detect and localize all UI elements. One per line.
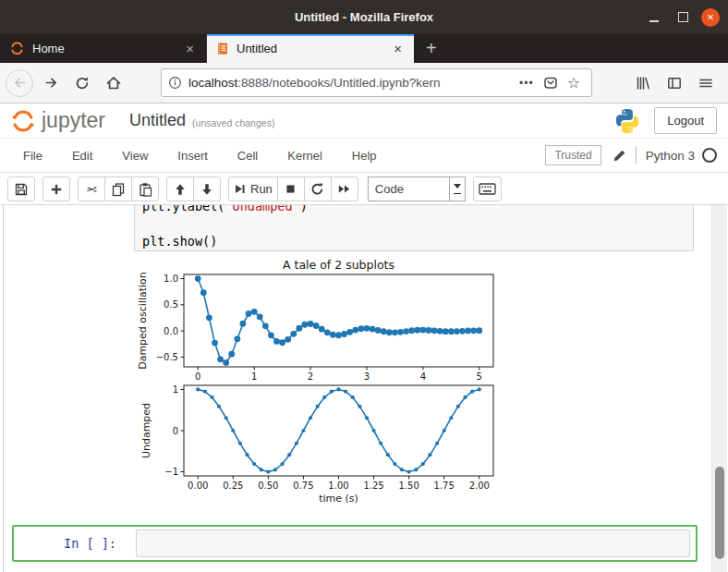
menubar-right: Trusted Python 3: [545, 145, 717, 165]
menu-icon[interactable]: [692, 69, 720, 97]
paste-button[interactable]: [131, 176, 159, 201]
sidebar-panel-icon: [667, 76, 682, 91]
browser-navbar: localhost:8888/notebooks/Untitled.ipynb?…: [0, 63, 728, 103]
step-forward-icon: [234, 183, 246, 195]
svg-text:0.0: 0.0: [164, 326, 178, 336]
save-button[interactable]: [7, 176, 35, 201]
tab-home[interactable]: Home ×: [0, 34, 207, 63]
sidebars-icon[interactable]: [661, 69, 688, 97]
notebook-icon: [216, 42, 229, 55]
window-close-button[interactable]: ×: [701, 8, 720, 27]
svg-text:1: 1: [251, 371, 257, 382]
add-cell-button[interactable]: [42, 176, 70, 201]
plus-icon: [50, 183, 63, 196]
edit-title-pencil-icon[interactable]: [613, 149, 626, 163]
tab-close-icon[interactable]: ×: [183, 41, 197, 56]
url-host: localhost: [188, 76, 237, 90]
tab-label: Home: [32, 42, 183, 55]
new-tab-button[interactable]: +: [414, 34, 449, 63]
scrollbar-thumb[interactable]: [715, 467, 724, 559]
arrow-right-icon: [44, 76, 58, 90]
pocket-icon[interactable]: [543, 76, 558, 91]
window-maximize-button[interactable]: [673, 7, 693, 28]
svg-text:Undamped: Undamped: [140, 403, 152, 458]
menu-file[interactable]: File: [8, 149, 57, 163]
jupyter-logo[interactable]: jupyter: [9, 107, 105, 135]
clipboard-group: ✂: [78, 176, 159, 201]
empty-cell-input[interactable]: [136, 529, 690, 557]
scrollbar-track[interactable]: [711, 205, 727, 572]
back-button[interactable]: [6, 69, 33, 97]
code-cell-input[interactable]: plt.ylabel('Undamped') plt.show(): [134, 205, 694, 251]
fast-forward-icon: [337, 183, 351, 195]
stop-icon: [285, 183, 297, 195]
notebook-area[interactable]: plt.ylabel('Undamped') plt.show() 012345…: [0, 205, 728, 572]
url-bar[interactable]: localhost:8888/notebooks/Untitled.ipynb?…: [161, 68, 592, 97]
svg-text:2: 2: [308, 371, 313, 382]
jupyter-logo-icon: [9, 41, 25, 56]
svg-text:3: 3: [364, 371, 370, 382]
run-label: Run: [250, 182, 273, 196]
keyboard-group: [473, 176, 502, 201]
menu-help[interactable]: Help: [337, 149, 392, 163]
divider: [636, 147, 637, 164]
window-controls: ×: [644, 0, 720, 34]
matplotlib-figure: 0123451.00.50.0−0.5A tale of 2 subplotsD…: [136, 257, 516, 513]
svg-text:−0.5: −0.5: [156, 352, 178, 362]
menu-view[interactable]: View: [107, 149, 163, 163]
scissors-icon: ✂: [86, 182, 97, 197]
trusted-badge[interactable]: Trusted: [545, 145, 601, 165]
stop-button[interactable]: [277, 176, 305, 201]
tab-strip: Home × Untitled × +: [0, 34, 728, 63]
menu-edit[interactable]: Edit: [57, 149, 107, 163]
svg-text:0.00: 0.00: [188, 481, 208, 491]
site-info-icon[interactable]: [168, 76, 182, 90]
forward-button[interactable]: [37, 69, 65, 97]
notebook-title[interactable]: Untitled: [129, 111, 186, 130]
svg-text:1.50: 1.50: [399, 481, 419, 491]
reload-button[interactable]: [68, 69, 96, 97]
tab-close-icon[interactable]: ×: [391, 41, 405, 56]
move-cell-down-button[interactable]: [193, 176, 221, 201]
cell-type-select[interactable]: Code: [368, 176, 466, 201]
menu-cell[interactable]: Cell: [223, 149, 273, 163]
home-icon: [106, 76, 121, 91]
svg-text:−1: −1: [164, 467, 178, 477]
refresh-icon: [310, 182, 324, 196]
url-path: :8888/notebooks/Untitled.ipynb?kern: [237, 76, 440, 90]
logout-button[interactable]: Logout: [654, 107, 717, 134]
page-actions-icon[interactable]: •••: [519, 77, 534, 90]
selected-empty-cell[interactable]: In [ ]:: [12, 525, 698, 562]
add-group: [42, 176, 70, 201]
tab-untitled[interactable]: Untitled ×: [207, 34, 414, 63]
svg-text:1.0: 1.0: [164, 274, 178, 284]
window-minimize-button[interactable]: [644, 7, 664, 28]
svg-text:0: 0: [173, 426, 178, 436]
minimize-icon: [649, 20, 659, 22]
cut-button[interactable]: ✂: [78, 176, 105, 201]
chevron-down-icon: [449, 177, 465, 201]
reload-icon: [75, 76, 90, 91]
menu-insert[interactable]: Insert: [163, 149, 223, 163]
copy-button[interactable]: [104, 176, 132, 201]
library-icon[interactable]: [629, 69, 657, 97]
restart-run-all-button[interactable]: [331, 176, 358, 201]
url-text[interactable]: localhost:8888/notebooks/Untitled.ipynb?…: [188, 76, 515, 90]
command-palette-button[interactable]: [473, 176, 502, 201]
window-titlebar[interactable]: Untitled - Mozilla Firefox ×: [0, 0, 728, 34]
svg-text:A tale of 2 subplots: A tale of 2 subplots: [283, 258, 394, 272]
svg-text:Damped oscillation: Damped oscillation: [137, 272, 149, 370]
svg-text:0.5: 0.5: [164, 299, 178, 310]
run-button[interactable]: Run: [228, 176, 278, 201]
move-group: [166, 176, 221, 201]
close-icon: ×: [707, 8, 714, 27]
bookmark-star-icon[interactable]: ☆: [567, 74, 580, 91]
menu-kernel[interactable]: Kernel: [273, 149, 337, 163]
home-button[interactable]: [100, 69, 127, 97]
hamburger-icon: [698, 76, 713, 91]
restart-kernel-button[interactable]: [304, 176, 332, 201]
move-cell-up-button[interactable]: [166, 176, 194, 201]
kernel-name: Python 3: [646, 149, 695, 163]
svg-text:2.00: 2.00: [469, 481, 490, 491]
svg-text:0.50: 0.50: [258, 481, 278, 491]
